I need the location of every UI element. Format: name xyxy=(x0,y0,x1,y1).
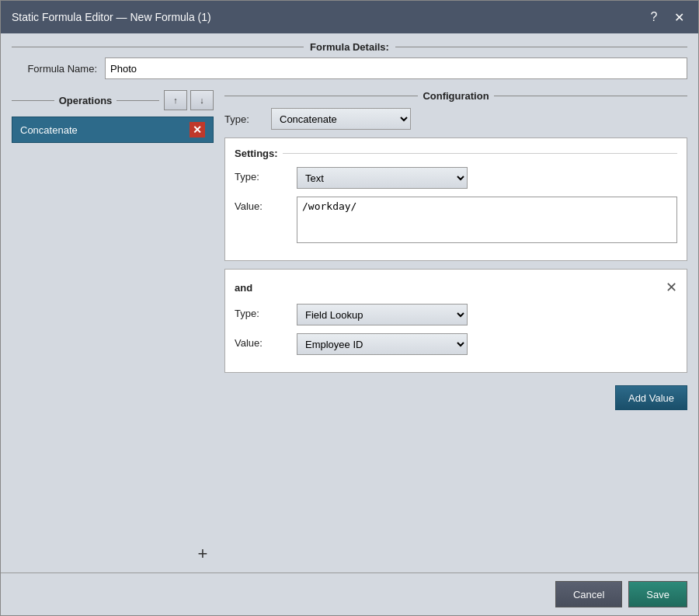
and-close-button[interactable]: ✕ xyxy=(666,279,677,296)
operations-header: Operations ↑ ↓ xyxy=(12,90,214,110)
move-down-button[interactable]: ↓ xyxy=(190,90,214,110)
config-type-label: Type: xyxy=(224,113,263,125)
settings-value-row: Value: /workday/ xyxy=(235,197,677,243)
ops-line-right xyxy=(116,100,159,101)
settings-box: Settings: Type: Text Field Lookup Static xyxy=(224,137,687,261)
configuration-panel: Configuration Type: Concatenate Field Lo… xyxy=(214,90,687,565)
add-value-button[interactable]: Add Value xyxy=(615,385,687,410)
operations-list: Concatenate ✕ xyxy=(12,117,214,540)
help-icon[interactable]: ? xyxy=(645,9,662,26)
and-header: and ✕ xyxy=(235,279,677,296)
dialog-footer: Cancel Save xyxy=(1,572,698,615)
settings-type-label: Type: xyxy=(235,167,289,183)
settings-value-textarea[interactable]: /workday/ xyxy=(297,197,677,243)
operations-label: Operations xyxy=(59,95,113,106)
main-content: Operations ↑ ↓ Concatenate ✕ + xyxy=(12,90,687,565)
dialog: Static Formula Editor — New Formula (1) … xyxy=(0,0,699,616)
settings-header: Settings: xyxy=(235,148,677,159)
cancel-button[interactable]: Cancel xyxy=(555,581,622,607)
formula-details-header: Formula Details: xyxy=(12,41,687,53)
formula-name-row: Formula Name: xyxy=(12,57,687,79)
config-scroll-area: Settings: Type: Text Field Lookup Static xyxy=(224,137,687,565)
dialog-body: Formula Details: Formula Name: Operation… xyxy=(1,33,698,572)
settings-type-row: Type: Text Field Lookup Static xyxy=(235,167,677,189)
and-box: and ✕ Type: Field Lookup Text Static xyxy=(224,269,687,373)
and-type-row: Type: Field Lookup Text Static xyxy=(235,304,677,325)
config-type-select[interactable]: Concatenate Field Lookup Text Static xyxy=(271,108,411,130)
and-type-label: Type: xyxy=(235,304,289,319)
and-value-select[interactable]: Employee ID First Name Last Name xyxy=(297,333,468,355)
configuration-label: Configuration xyxy=(423,90,489,102)
ops-item-label: Concatenate xyxy=(20,124,78,136)
config-line-left xyxy=(224,96,418,96)
formula-details-section: Formula Details: Formula Name: xyxy=(12,41,687,84)
settings-label: Settings: xyxy=(235,148,278,159)
save-button[interactable]: Save xyxy=(628,581,687,607)
and-label: and xyxy=(235,282,252,294)
settings-value-label: Value: xyxy=(235,197,289,212)
add-operation-button[interactable]: + xyxy=(192,543,214,565)
formula-name-input[interactable] xyxy=(105,57,687,79)
dialog-title: Static Formula Editor — New Formula (1) xyxy=(12,11,211,23)
header-line-right xyxy=(395,47,687,47)
and-value-label: Value: xyxy=(235,333,289,349)
config-type-row: Type: Concatenate Field Lookup Text Stat… xyxy=(224,108,687,130)
title-bar: Static Formula Editor — New Formula (1) … xyxy=(1,1,698,33)
formula-details-label: Formula Details: xyxy=(310,41,389,53)
add-value-row: Add Value xyxy=(224,381,687,410)
move-up-button[interactable]: ↑ xyxy=(164,90,187,110)
ops-item-close-button[interactable]: ✕ xyxy=(190,122,205,137)
settings-type-select[interactable]: Text Field Lookup Static xyxy=(297,167,468,189)
list-item[interactable]: Concatenate ✕ xyxy=(12,117,214,143)
config-line-right xyxy=(494,96,687,96)
config-header: Configuration xyxy=(224,90,687,102)
ops-line-left xyxy=(12,100,54,101)
close-icon[interactable]: ✕ xyxy=(670,9,687,26)
header-line-left xyxy=(12,47,304,47)
formula-name-label: Formula Name: xyxy=(12,63,97,75)
operations-panel: Operations ↑ ↓ Concatenate ✕ + xyxy=(12,90,214,565)
and-type-select[interactable]: Field Lookup Text Static xyxy=(297,304,468,325)
and-value-row: Value: Employee ID First Name Last Name xyxy=(235,333,677,355)
